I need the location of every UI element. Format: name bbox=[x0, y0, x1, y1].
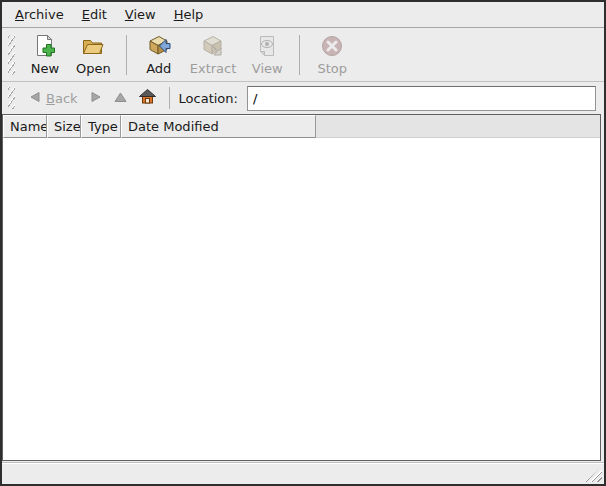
forward-button bbox=[84, 88, 108, 109]
stop-button: Stop bbox=[308, 30, 356, 79]
toolbar-separator bbox=[126, 35, 127, 75]
add-files-icon bbox=[146, 33, 172, 59]
menubar: Archive Edit View Help bbox=[2, 2, 604, 28]
back-arrow-icon bbox=[29, 91, 41, 106]
toolbar: New Open Add bbox=[2, 28, 604, 82]
column-header-type[interactable]: Type bbox=[81, 115, 121, 138]
menu-help[interactable]: Help bbox=[165, 3, 213, 26]
back-button-label: Back bbox=[46, 91, 78, 106]
stop-icon bbox=[319, 33, 345, 59]
view-button: View bbox=[243, 30, 291, 79]
location-label: Location: bbox=[179, 91, 238, 106]
navigation-bar: Back Location: bbox=[2, 82, 604, 114]
add-button[interactable]: Add bbox=[135, 30, 183, 79]
open-archive-icon bbox=[80, 33, 106, 59]
navbar-separator bbox=[169, 87, 170, 109]
new-button[interactable]: New bbox=[21, 30, 69, 79]
file-list-header: Name Size Type Date Modified bbox=[3, 115, 600, 138]
home-button[interactable] bbox=[133, 86, 162, 110]
up-arrow-icon bbox=[114, 91, 127, 106]
view-button-label: View bbox=[252, 61, 283, 76]
file-list-body[interactable] bbox=[3, 138, 600, 460]
column-header-size[interactable]: Size bbox=[47, 115, 81, 138]
open-button-label: Open bbox=[76, 61, 111, 76]
extract-icon bbox=[200, 33, 226, 59]
location-input[interactable] bbox=[247, 86, 596, 111]
resize-grip[interactable] bbox=[585, 467, 602, 482]
file-list: Name Size Type Date Modified bbox=[2, 114, 601, 461]
open-button[interactable]: Open bbox=[69, 30, 118, 79]
toolbar-grip-handle[interactable] bbox=[8, 35, 15, 75]
menu-edit[interactable]: Edit bbox=[73, 3, 116, 26]
view-file-icon bbox=[254, 33, 280, 59]
archive-manager-window: Archive Edit View Help New bbox=[0, 0, 606, 486]
stop-button-label: Stop bbox=[318, 61, 348, 76]
back-button: Back bbox=[23, 88, 84, 109]
forward-arrow-icon bbox=[90, 91, 102, 106]
new-button-label: New bbox=[31, 61, 59, 76]
statusbar bbox=[2, 463, 604, 484]
toolbar-separator bbox=[299, 35, 300, 75]
column-header-filler bbox=[316, 115, 600, 138]
menu-archive[interactable]: Archive bbox=[6, 3, 73, 26]
home-icon bbox=[139, 89, 156, 107]
up-button bbox=[108, 88, 133, 109]
menu-view[interactable]: View bbox=[116, 3, 165, 26]
column-header-name[interactable]: Name bbox=[3, 115, 47, 138]
extract-button-label: Extract bbox=[190, 61, 237, 76]
add-button-label: Add bbox=[146, 61, 171, 76]
extract-button: Extract bbox=[183, 30, 244, 79]
new-archive-icon bbox=[32, 33, 58, 59]
navbar-grip-handle[interactable] bbox=[8, 87, 15, 109]
column-header-date-modified[interactable]: Date Modified bbox=[121, 115, 316, 138]
